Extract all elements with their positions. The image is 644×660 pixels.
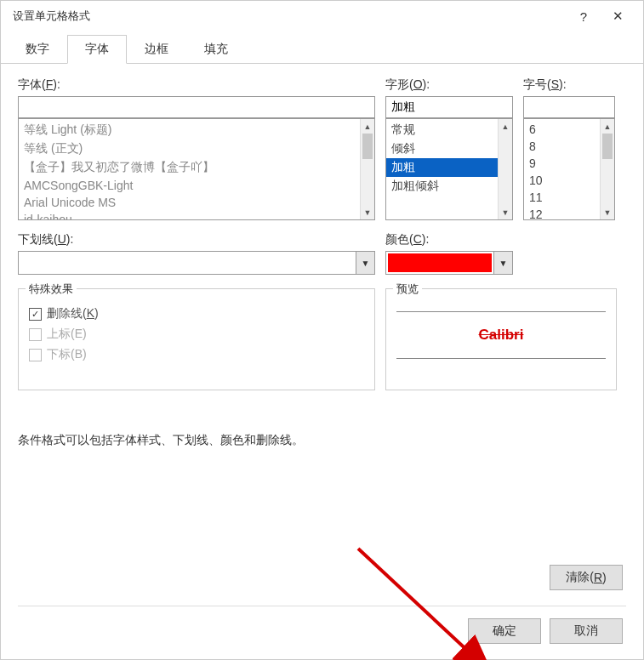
strikethrough-label: 删除线(K) [47, 306, 99, 321]
help-button[interactable]: ? [567, 3, 601, 29]
font-column: 字体(F): 等线 Light (标题) 等线 (正文) 【盒子】我又初恋了微博… [18, 77, 375, 220]
style-listbox[interactable]: 常规 倾斜 加粗 加粗倾斜 ▲ ▼ [385, 118, 513, 220]
style-label: 字形(O): [385, 77, 513, 93]
font-label: 字体(F): [18, 77, 375, 93]
preview-text: Calibri [396, 311, 606, 359]
scroll-down-icon[interactable]: ▼ [361, 205, 374, 219]
note-text: 条件格式可以包括字体样式、下划线、颜色和删除线。 [18, 433, 626, 448]
format-cells-dialog: 设置单元格格式 ? ✕ 数字 字体 边框 填充 字体(F): 等线 Light … [0, 0, 644, 660]
tab-fill[interactable]: 填充 [186, 35, 246, 63]
font-item[interactable]: 等线 (正文) [19, 139, 374, 158]
style-scrollbar[interactable]: ▲ ▼ [498, 119, 512, 219]
color-label: 颜色(C): [385, 232, 513, 248]
effects-title: 特殊效果 [26, 282, 77, 297]
effects-group: 特殊效果 删除线(K) 上标(E) 下标(B) [18, 288, 375, 390]
titlebar: 设置单元格格式 ? ✕ [1, 1, 643, 31]
preview-title: 预览 [393, 282, 422, 297]
style-item[interactable]: 倾斜 [386, 139, 512, 158]
close-button[interactable]: ✕ [601, 3, 635, 29]
font-input[interactable] [18, 96, 375, 118]
style-item[interactable]: 加粗倾斜 [386, 177, 512, 196]
chevron-down-icon[interactable]: ▼ [356, 252, 374, 274]
checkbox-icon [29, 349, 42, 361]
checkbox-icon [29, 308, 42, 321]
checkbox-icon [29, 328, 42, 341]
underline-color-row: 下划线(U): ▼ 颜色(C): ▼ [18, 232, 626, 275]
underline-column: 下划线(U): ▼ [18, 232, 375, 275]
cancel-button[interactable]: 取消 [550, 618, 623, 644]
font-item[interactable]: 等线 Light (标题) [19, 121, 374, 139]
style-item[interactable]: 常规 [386, 121, 512, 139]
style-input[interactable] [385, 96, 513, 118]
dialog-title: 设置单元格格式 [13, 9, 567, 24]
scroll-down-icon[interactable]: ▼ [601, 205, 614, 219]
subscript-label: 下标(B) [47, 347, 87, 362]
size-input[interactable] [523, 96, 615, 118]
scroll-thumb[interactable] [602, 134, 613, 159]
subscript-checkbox: 下标(B) [29, 347, 364, 362]
font-item[interactable]: AMCSongGBK-Light [19, 177, 374, 194]
scroll-up-icon[interactable]: ▲ [601, 119, 614, 134]
color-combo[interactable]: ▼ [385, 251, 513, 275]
tab-border[interactable]: 边框 [127, 35, 186, 63]
font-listbox[interactable]: 等线 Light (标题) 等线 (正文) 【盒子】我又初恋了微博【盒子吖】 A… [18, 118, 375, 220]
font-row: 字体(F): 等线 Light (标题) 等线 (正文) 【盒子】我又初恋了微博… [18, 77, 626, 220]
scroll-up-icon[interactable]: ▲ [361, 119, 374, 134]
size-column: 字号(S): 6 8 9 10 11 12 ▲ ▼ [523, 77, 615, 220]
preview-group: 预览 Calibri [385, 288, 617, 390]
superscript-label: 上标(E) [47, 327, 87, 342]
font-scrollbar[interactable]: ▲ ▼ [360, 119, 374, 219]
scroll-up-icon[interactable]: ▲ [499, 119, 512, 134]
tab-number[interactable]: 数字 [8, 35, 67, 63]
font-item[interactable]: 【盒子】我又初恋了微博【盒子吖】 [19, 158, 374, 177]
clear-row: 清除(R) [18, 565, 626, 590]
effects-preview-row: 特殊效果 删除线(K) 上标(E) 下标(B) 预览 Calibri [18, 288, 626, 390]
size-label: 字号(S): [523, 77, 615, 93]
strikethrough-checkbox[interactable]: 删除线(K) [29, 306, 364, 321]
underline-value [19, 252, 356, 274]
size-listbox[interactable]: 6 8 9 10 11 12 ▲ ▼ [523, 118, 615, 220]
footer: 清除(R) 确定 取消 [18, 565, 626, 652]
content-area: 字体(F): 等线 Light (标题) 等线 (正文) 【盒子】我又初恋了微博… [1, 64, 643, 659]
color-swatch [388, 253, 492, 272]
scroll-thumb[interactable] [362, 134, 373, 159]
okcancel-row: 确定 取消 [18, 606, 626, 652]
style-item[interactable]: 加粗 [386, 158, 512, 177]
superscript-checkbox: 上标(E) [29, 327, 364, 342]
ok-button[interactable]: 确定 [468, 618, 541, 644]
underline-combo[interactable]: ▼ [18, 251, 375, 275]
style-column: 字形(O): 常规 倾斜 加粗 加粗倾斜 ▲ ▼ [385, 77, 513, 220]
scroll-down-icon[interactable]: ▼ [499, 205, 512, 219]
tab-bar: 数字 字体 边框 填充 [1, 31, 643, 64]
color-column: 颜色(C): ▼ [385, 232, 513, 275]
chevron-down-icon[interactable]: ▼ [493, 252, 512, 274]
tab-font[interactable]: 字体 [67, 35, 127, 64]
font-item[interactable]: id-kaihou [19, 211, 374, 220]
size-scrollbar[interactable]: ▲ ▼ [600, 119, 614, 219]
underline-label: 下划线(U): [18, 232, 375, 248]
clear-button[interactable]: 清除(R) [550, 565, 623, 590]
font-item[interactable]: Arial Unicode MS [19, 194, 374, 211]
